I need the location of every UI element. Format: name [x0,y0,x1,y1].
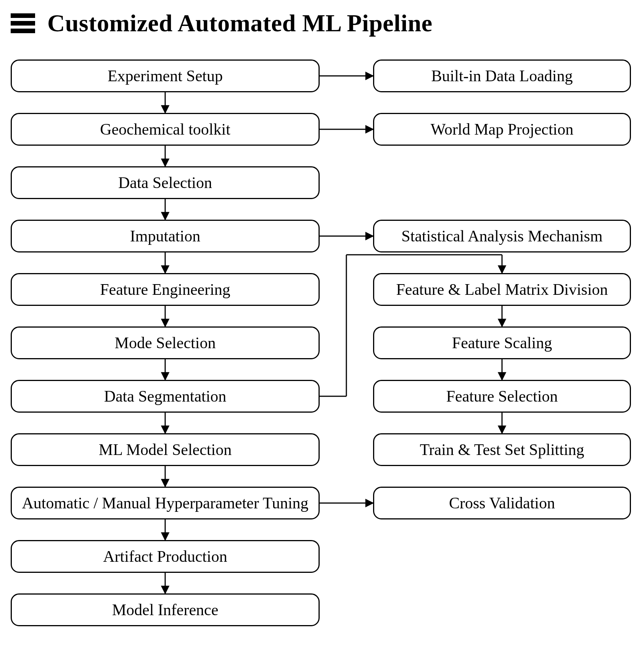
node-train-test-splitting: Train & Test Set Splitting [373,433,631,466]
node-label: World Map Projection [431,121,574,138]
node-label: Train & Test Set Splitting [420,441,584,458]
node-feature-selection: Feature Selection [373,380,631,413]
node-label: Artifact Production [103,548,227,565]
node-label: Feature Selection [446,387,558,405]
node-label: Cross Validation [449,494,555,512]
node-label: Feature Engineering [100,281,230,298]
node-feature-scaling: Feature Scaling [373,326,631,359]
node-ml-model-selection: ML Model Selection [11,433,320,466]
node-label: Feature & Label Matrix Division [396,281,608,298]
node-feature-engineering: Feature Engineering [11,273,320,306]
node-label: Automatic / Manual Hyperparameter Tuning [22,494,308,512]
node-builtin-data-loading: Built-in Data Loading [373,59,631,92]
node-feature-label-division: Feature & Label Matrix Division [373,273,631,306]
node-label: Statistical Analysis Mechanism [401,227,602,245]
node-label: Feature Scaling [452,334,552,352]
node-world-map-projection: World Map Projection [373,113,631,146]
node-label: Data Selection [118,174,212,191]
node-experiment-setup: Experiment Setup [11,59,320,92]
node-label: Data Segmentation [104,387,227,405]
node-hyperparameter-tuning: Automatic / Manual Hyperparameter Tuning [11,487,320,519]
node-model-inference: Model Inference [11,593,320,626]
node-cross-validation: Cross Validation [373,487,631,519]
node-label: ML Model Selection [99,441,232,458]
node-label: Geochemical toolkit [100,121,230,138]
node-label: Mode Selection [115,334,216,352]
node-geochemical-toolkit: Geochemical toolkit [11,113,320,146]
node-mode-selection: Mode Selection [11,326,320,359]
node-label: Experiment Setup [108,67,223,85]
diagram-page: Customized Automated ML Pipeline Experim… [0,0,642,672]
page-title: Customized Automated ML Pipeline [47,9,433,37]
header: Customized Automated ML Pipeline [0,0,642,40]
node-label: Built-in Data Loading [431,67,573,85]
node-statistical-analysis: Statistical Analysis Mechanism [373,220,631,252]
node-label: Model Inference [112,601,219,619]
node-data-selection: Data Selection [11,166,320,199]
node-imputation: Imputation [11,220,320,252]
node-data-segmentation: Data Segmentation [11,380,320,413]
node-label: Imputation [130,227,200,245]
hamburger-icon [11,13,35,33]
node-artifact-production: Artifact Production [11,540,320,573]
